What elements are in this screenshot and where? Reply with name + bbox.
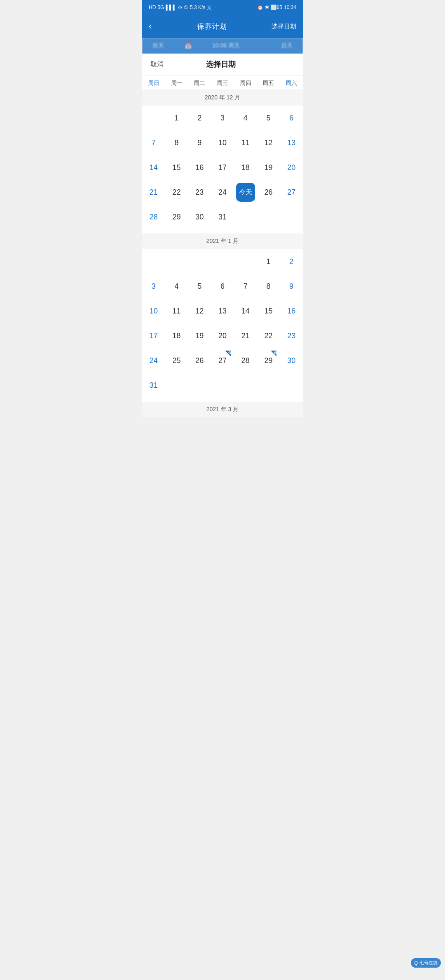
day-cell[interactable]: 今天 bbox=[234, 180, 257, 205]
day-cell[interactable]: 12 bbox=[188, 299, 211, 323]
day-number bbox=[213, 376, 232, 395]
day-cell[interactable]: 5 bbox=[188, 274, 211, 299]
bluetooth-icon: ✱ bbox=[265, 5, 269, 10]
day-number: 30 bbox=[190, 207, 209, 226]
day-number: 8 bbox=[167, 133, 186, 152]
day-number: 14 bbox=[144, 158, 163, 177]
day-cell[interactable]: 14 bbox=[142, 155, 165, 180]
day-cell[interactable]: 23 bbox=[188, 180, 211, 205]
day-cell[interactable]: 1 bbox=[165, 106, 188, 130]
day-cell[interactable]: 15 bbox=[165, 155, 188, 180]
day-cell[interactable]: 1 bbox=[257, 249, 280, 274]
schedule-icon: 📅 bbox=[185, 42, 192, 49]
day-cell[interactable]: 17 bbox=[142, 323, 165, 348]
day-cell[interactable]: 2 bbox=[188, 106, 211, 130]
day-cell[interactable]: 30 bbox=[280, 348, 303, 373]
cancel-button[interactable]: 取消 bbox=[150, 60, 164, 69]
day-cell[interactable]: 8 bbox=[165, 130, 188, 155]
day-cell[interactable]: 19 bbox=[257, 155, 280, 180]
day-cell bbox=[142, 249, 165, 274]
day-cell[interactable]: 29 bbox=[257, 348, 280, 373]
day-cell[interactable]: 20 bbox=[280, 155, 303, 180]
day-cell[interactable]: 4 bbox=[234, 106, 257, 130]
day-cell[interactable]: 13 bbox=[280, 130, 303, 155]
day-cell[interactable]: 8 bbox=[257, 274, 280, 299]
day-cell[interactable]: 13 bbox=[211, 299, 234, 323]
day-number: 16 bbox=[190, 158, 209, 177]
day-cell[interactable]: 20 bbox=[211, 323, 234, 348]
day-number: 17 bbox=[213, 158, 232, 177]
day-cell[interactable]: 5 bbox=[257, 106, 280, 130]
day-cell[interactable]: 17 bbox=[211, 155, 234, 180]
day-cell[interactable]: 30 bbox=[188, 205, 211, 229]
day-cell[interactable]: 11 bbox=[234, 130, 257, 155]
day-cell[interactable]: 3 bbox=[211, 106, 234, 130]
day-cell[interactable]: 10 bbox=[142, 299, 165, 323]
day-number: 30 bbox=[282, 351, 301, 370]
back-button[interactable]: ‹ bbox=[149, 21, 152, 32]
day-cell[interactable]: 24 bbox=[211, 180, 234, 205]
day-cell[interactable]: 12 bbox=[257, 130, 280, 155]
day-cell[interactable]: 22 bbox=[257, 323, 280, 348]
day-cell[interactable]: 3 bbox=[142, 274, 165, 299]
day-number: 23 bbox=[282, 326, 301, 345]
day-cell[interactable]: 11 bbox=[165, 299, 188, 323]
day-cell[interactable]: 21 bbox=[142, 180, 165, 205]
day-cell[interactable]: 24 bbox=[142, 348, 165, 373]
calendar-grid-2020-12: 123456789101112131415161718192021222324今… bbox=[142, 106, 303, 233]
day-cell[interactable]: 29 bbox=[165, 205, 188, 229]
day-cell[interactable]: 28 bbox=[142, 205, 165, 229]
partial-schedule-row: 前天 📅 10:06 周天 后天 bbox=[142, 38, 303, 54]
day-cell[interactable]: 18 bbox=[165, 323, 188, 348]
day-number: 14 bbox=[236, 302, 255, 320]
day-cell bbox=[188, 249, 211, 274]
day-cell[interactable]: 9 bbox=[280, 274, 303, 299]
hd-badge: HD bbox=[149, 5, 156, 10]
day-number bbox=[259, 376, 278, 395]
day-cell[interactable]: 27 bbox=[211, 348, 234, 373]
day-number: 3 bbox=[144, 277, 163, 296]
day-cell[interactable]: 16 bbox=[188, 155, 211, 180]
day-cell[interactable]: 15 bbox=[257, 299, 280, 323]
date-select-button[interactable]: 选择日期 bbox=[272, 23, 296, 31]
page-title: 保养计划 bbox=[197, 21, 227, 31]
day-cell bbox=[257, 373, 280, 398]
day-cell[interactable]: 9 bbox=[188, 130, 211, 155]
day-cell[interactable]: 31 bbox=[142, 373, 165, 398]
day-cell[interactable]: 25 bbox=[165, 348, 188, 373]
calendar-grid-2021-01: 1234567891011121314151617181920212223242… bbox=[142, 249, 303, 402]
day-cell[interactable]: 27 bbox=[280, 180, 303, 205]
weekday-fri: 周五 bbox=[257, 80, 280, 87]
day-cell[interactable]: 26 bbox=[188, 348, 211, 373]
day-cell[interactable]: 16 bbox=[280, 299, 303, 323]
day-cell[interactable]: 18 bbox=[234, 155, 257, 180]
day-cell[interactable]: 28 bbox=[234, 348, 257, 373]
day-number: 7 bbox=[144, 133, 163, 152]
day-number: 26 bbox=[259, 183, 278, 202]
day-number: 9 bbox=[282, 277, 301, 296]
day-cell bbox=[142, 106, 165, 130]
day-cell[interactable]: 19 bbox=[188, 323, 211, 348]
day-cell[interactable]: 22 bbox=[165, 180, 188, 205]
day-cell[interactable]: 7 bbox=[142, 130, 165, 155]
day-cell[interactable]: 26 bbox=[257, 180, 280, 205]
signal-5g: 5G bbox=[157, 5, 164, 10]
day-cell[interactable]: 6 bbox=[280, 106, 303, 130]
month-2021-03: 2021 年 3 月 bbox=[142, 402, 303, 417]
bao-badge bbox=[271, 351, 276, 356]
day-cell[interactable]: 6 bbox=[211, 274, 234, 299]
day-cell[interactable]: 23 bbox=[280, 323, 303, 348]
day-cell[interactable]: 7 bbox=[234, 274, 257, 299]
day-cell[interactable]: 21 bbox=[234, 323, 257, 348]
location-icon: ① bbox=[184, 5, 188, 10]
day-cell[interactable]: 10 bbox=[211, 130, 234, 155]
day-cell[interactable]: 14 bbox=[234, 299, 257, 323]
bao-badge bbox=[225, 351, 231, 356]
day-number: 17 bbox=[144, 326, 163, 345]
day-cell[interactable]: 2 bbox=[280, 249, 303, 274]
month-label-2021-01: 2021 年 1 月 bbox=[142, 233, 303, 249]
day-cell[interactable]: 31 bbox=[211, 205, 234, 229]
weekday-thu: 周四 bbox=[234, 80, 257, 87]
day-number: 10 bbox=[213, 133, 232, 152]
day-cell[interactable]: 4 bbox=[165, 274, 188, 299]
